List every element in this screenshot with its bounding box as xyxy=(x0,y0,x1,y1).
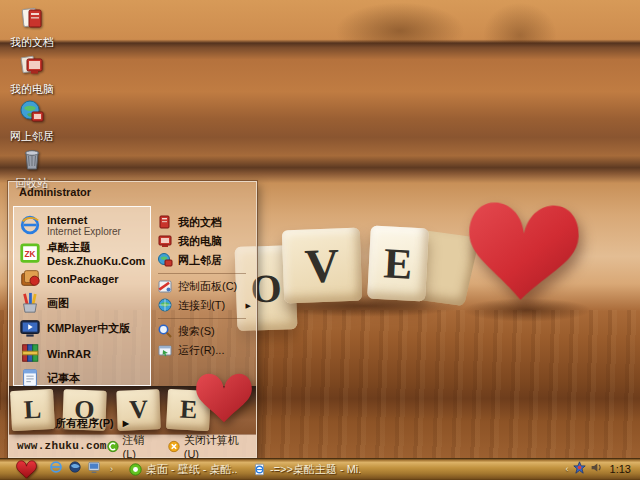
menu-item-iconpackager[interactable]: IconPackager xyxy=(16,266,148,291)
system-tray: ‹ 1:13 xyxy=(562,460,640,478)
start-heart-icon xyxy=(13,460,40,479)
desktop-icon-recycle-bin[interactable]: 回收站 xyxy=(4,146,60,186)
menu-item-search[interactable]: 搜索(S) xyxy=(157,322,254,341)
quick-launch-overflow-chevron[interactable]: › xyxy=(110,464,113,474)
desktop-icon-list: 我的文档 我的电脑 网上邻居 xyxy=(4,5,60,186)
block-letter: V xyxy=(304,237,341,293)
menu-item-label: 我的文档 xyxy=(178,215,222,230)
wallpaper-block-e: E xyxy=(367,226,429,302)
menu-item-my-documents[interactable]: 我的文档 xyxy=(157,213,254,232)
zhuoku-theme-icon: ZK xyxy=(19,242,41,266)
taskbar-button-zhuoku-wallpaper[interactable]: 桌面 - 壁纸 - 桌酷... xyxy=(129,462,237,477)
menu-item-label: 画图 xyxy=(47,296,69,311)
search-icon xyxy=(157,323,173,341)
log-off-label: 注销(L) xyxy=(123,433,155,460)
menu-item-zhuoku-theme[interactable]: ZK 卓酷主题Desk.ZhuoKu.Com xyxy=(16,241,148,266)
paint-icon xyxy=(19,292,41,316)
taskbar-button-label: -=>>桌酷主题 - Mi... xyxy=(270,462,361,477)
wallpaper-block-v: V xyxy=(282,228,363,304)
ie-document-icon xyxy=(253,463,266,476)
menu-item-run[interactable]: 运行(R)... xyxy=(157,341,254,360)
menu-separator xyxy=(158,318,246,319)
menu-item-label: Internet xyxy=(47,214,121,226)
connect-to-icon xyxy=(157,297,173,315)
quick-launch-internet-explorer[interactable] xyxy=(49,460,63,478)
turn-off-computer-button[interactable]: 关闭计算机(U) xyxy=(168,433,248,460)
winrar-icon xyxy=(19,342,41,366)
desktop-screen: O V E 我的文档 xyxy=(0,0,640,480)
tray-theme-icon[interactable] xyxy=(573,460,586,478)
my-computer-icon xyxy=(157,233,173,251)
start-button[interactable] xyxy=(13,460,40,479)
all-programs-label: 所有程序(P) xyxy=(55,416,114,431)
start-menu-love-banner: L O V E 所有程序(P) ▶ xyxy=(9,386,256,434)
menu-item-label: 运行(R)... xyxy=(178,343,224,358)
menu-item-my-computer[interactable]: 我的电脑 xyxy=(157,232,254,251)
start-menu-left-column: Internet Internet Explorer ZK 卓酷主题Desk.Z… xyxy=(13,206,151,386)
tray-collapse-chevron[interactable]: ‹ xyxy=(566,464,569,474)
desktop-icon-network-places[interactable]: 网上邻居 xyxy=(4,99,60,139)
desktop-icon-label: 网上邻居 xyxy=(10,130,54,142)
internet-explorer-icon xyxy=(19,214,41,238)
love-block-l: L xyxy=(10,389,55,431)
quick-launch-msn-icon[interactable] xyxy=(68,460,82,478)
desktop-icon-label: 我的文档 xyxy=(10,36,54,48)
iconpackager-icon xyxy=(19,267,41,291)
menu-item-label: IconPackager xyxy=(47,273,119,285)
heart-decoration xyxy=(463,187,583,317)
menu-separator xyxy=(158,273,246,274)
menu-item-connect-to[interactable]: 连接到(T) ▶ xyxy=(157,296,254,315)
all-programs-button[interactable]: 所有程序(P) ▶ xyxy=(55,416,129,431)
menu-item-label: 卓酷主题Desk.ZhuoKu.Com xyxy=(47,240,148,267)
quick-launch-bar: › xyxy=(49,460,113,478)
submenu-arrow-icon: ▶ xyxy=(246,302,251,310)
start-menu-user: Administrator xyxy=(9,182,256,206)
block-letter: L xyxy=(23,395,42,426)
menu-item-internet[interactable]: Internet Internet Explorer xyxy=(16,210,148,241)
block-letter: V xyxy=(129,395,149,426)
menu-item-label: 控制面板(C) xyxy=(178,279,237,294)
menu-item-control-panel[interactable]: 控制面板(C) xyxy=(157,277,254,296)
menu-item-winrar[interactable]: WinRAR xyxy=(16,341,148,366)
submenu-arrow-icon: ▶ xyxy=(123,419,129,428)
menu-item-sublabel: Internet Explorer xyxy=(47,226,121,238)
my-documents-icon xyxy=(19,5,45,35)
turn-off-icon xyxy=(168,440,180,453)
log-off-button[interactable]: 注销(L) xyxy=(107,433,155,460)
turn-off-label: 关闭计算机(U) xyxy=(184,433,248,460)
desktop-icon-my-computer[interactable]: 我的电脑 xyxy=(4,52,60,92)
menu-item-label: 我的电脑 xyxy=(178,234,222,249)
desktop-icon-my-documents[interactable]: 我的文档 xyxy=(4,5,60,45)
taskbar: › 桌面 - 壁纸 - 桌酷... -=>>桌酷主题 - Mi... ‹ xyxy=(0,458,640,480)
start-menu-body: Internet Internet Explorer ZK 卓酷主题Desk.Z… xyxy=(9,206,256,386)
desktop-icon-label: 我的电脑 xyxy=(10,83,54,95)
kmplayer-icon xyxy=(19,317,41,341)
quick-launch-show-desktop[interactable] xyxy=(87,460,101,478)
menu-item-kmplayer[interactable]: KMPlayer中文版 xyxy=(16,316,148,341)
menu-item-label: KMPlayer中文版 xyxy=(47,321,130,336)
start-menu: Administrator Internet Internet Explorer xyxy=(8,181,257,458)
menu-item-label: 连接到(T) xyxy=(178,298,225,313)
tray-volume-icon[interactable] xyxy=(590,460,603,478)
block-letter: E xyxy=(382,238,413,288)
menu-item-label: WinRAR xyxy=(47,348,91,360)
start-menu-footer: www.zhuku.com 注销(L) 关闭计算机(U) xyxy=(9,434,256,457)
network-places-icon xyxy=(157,252,173,270)
network-places-icon xyxy=(19,99,45,129)
menu-item-label: 网上邻居 xyxy=(178,253,222,268)
wood-knot xyxy=(330,0,470,44)
zhuku-website-label: www.zhuku.com xyxy=(17,440,107,452)
taskbar-button-zhuoku-theme[interactable]: -=>>桌酷主题 - Mi... xyxy=(253,462,361,477)
run-icon xyxy=(157,342,173,360)
taskbar-clock[interactable]: 1:13 xyxy=(610,463,631,475)
menu-item-paint[interactable]: 画图 xyxy=(16,291,148,316)
taskbar-button-label: 桌面 - 壁纸 - 桌酷... xyxy=(146,462,237,477)
menu-item-label: 记事本 xyxy=(47,371,80,386)
svg-text:ZK: ZK xyxy=(25,249,36,258)
log-off-icon xyxy=(107,440,119,453)
recycle-bin-icon xyxy=(19,146,45,176)
start-menu-right-column: 我的文档 我的电脑 网上邻居 xyxy=(151,206,256,386)
control-panel-icon xyxy=(157,278,173,296)
wood-knot xyxy=(480,0,560,44)
menu-item-network-places[interactable]: 网上邻居 xyxy=(157,251,254,270)
